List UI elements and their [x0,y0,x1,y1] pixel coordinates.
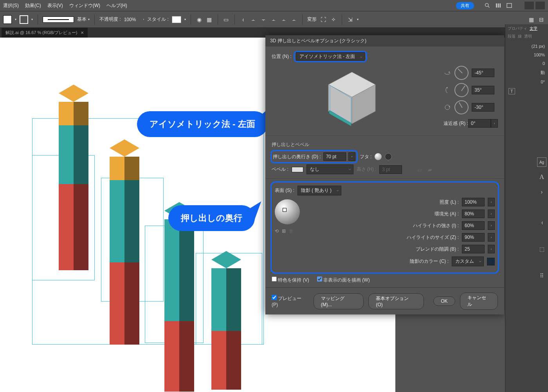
callout-isometric: アイソメトリック法 - 左面 [137,111,268,137]
align-left-icon[interactable]: ⫞ [240,16,247,23]
fill-swatch[interactable] [3,15,12,24]
align-right-icon[interactable]: ⫟ [260,16,267,23]
bevel-select[interactable]: なし⌵ [306,164,353,174]
svg-rect-5 [507,4,512,8]
transform-icon-1[interactable]: ⛶ [320,16,327,23]
light-new-icon[interactable]: ⊞ [282,228,286,234]
cap-off-icon[interactable] [385,153,392,160]
tab-paragraph[interactable]: 段落 [508,34,516,39]
transform-label[interactable]: 変形 [307,16,317,23]
align-middle-icon[interactable]: ⫠ [280,16,287,23]
menu-select[interactable]: 選択(S) [3,2,19,9]
align-icon[interactable]: ▦ [206,16,213,23]
highlight-intensity-input[interactable]: 60% [462,221,485,230]
rotate-y-input[interactable]: 35° [472,86,494,94]
recolor-icon[interactable]: ◉ [196,16,203,23]
cap-on-icon[interactable] [375,153,382,160]
blend-steps-input[interactable]: 25 [462,245,485,253]
tab-stroke[interactable]: 線 [518,34,522,39]
menu-window[interactable]: ウィンドウ(W) [69,2,100,9]
menu-help[interactable]: ヘルプ(H) [106,2,127,9]
isolate-icon[interactable]: ⇲ [347,16,354,23]
rotate-x-dial[interactable] [452,63,472,83]
ok-button[interactable]: OK [433,296,455,306]
depth-stepper[interactable]: › [348,152,355,161]
ambient-input[interactable]: 80% [462,210,485,218]
rotate-z-icon [443,103,451,111]
blend-steps-stepper[interactable]: › [488,245,495,253]
touch-type-icon[interactable]: T [508,88,515,94]
align-center-h-icon[interactable]: ⫠ [250,16,257,23]
highlight-size-input[interactable]: 90% [462,233,485,242]
menu-view[interactable]: 表示(V) [47,2,63,9]
document-tab[interactable]: 解説.ai @ 16.67 % (RGB/プレビュー) ✕ [2,28,88,38]
share-button[interactable]: 共有 [456,2,474,9]
rail-align-icon[interactable]: ⫞ [537,218,546,227]
position-label: 位置 (N) : [272,53,292,60]
window-minimize[interactable] [525,2,534,9]
highlight-size-stepper[interactable]: › [488,233,495,242]
rail-dots-icon[interactable]: ⠿ [537,271,546,280]
rail-character-icon[interactable]: A [537,172,546,182]
align-top-icon[interactable]: ⫠ [270,16,277,23]
rotate-z-dial[interactable] [452,98,471,117]
rail-pathfinder-icon[interactable]: ⬚ [537,244,546,254]
transform-icon-2[interactable]: ✧ [330,16,337,23]
tab-close-icon[interactable]: ✕ [81,31,84,35]
map-art-button[interactable]: マッピング (M)... [314,293,364,309]
search-icon[interactable] [484,2,490,9]
shade-color-select[interactable]: カスタム⌵ [452,257,484,266]
preserve-spot-checkbox[interactable]: 特色を保持 (V) [272,276,309,284]
rotation-preview-cube[interactable] [321,65,383,128]
more-icon[interactable]: ⊟ [538,16,545,23]
light-sphere[interactable] [275,199,300,224]
preview-checkbox[interactable]: プレビュー (P) [272,295,309,307]
callout-depth: 押し出しの奥行 [168,205,255,231]
rail-collapse-icon[interactable]: › [537,187,546,197]
extrude-section-label: 押し出しとベベル [272,141,498,148]
cancel-button[interactable]: キャンセル [460,293,498,310]
shade-color-label: 陰影のカラー (C) : [410,258,449,265]
svg-rect-2 [496,4,497,8]
depth-input[interactable]: 70 pt [323,152,346,161]
rotate-y-dial[interactable] [452,80,471,100]
arrange-icon[interactable] [495,2,501,9]
tab-title: 解説.ai @ 16.67 % (RGB/プレビュー) [5,30,78,36]
draw-hidden-checkbox[interactable]: 非表示の面を描画 (W) [317,276,370,284]
light-intensity-stepper[interactable]: › [488,198,495,206]
stroke-profile[interactable] [43,16,74,23]
menu-effect[interactable]: 効果(C) [25,2,41,9]
perspective-stepper[interactable]: › [491,119,498,128]
stroke-swatch[interactable] [20,15,28,24]
light-point[interactable] [283,208,287,212]
surface-highlight: 表面 (S) : 陰影 ( 艶あり )⌵ ⟲ ⊞ 🗑 照度 (L) :100%› [272,182,498,273]
bevel-out-icon: ▰ [426,166,433,173]
panel-icon[interactable] [506,2,512,9]
ambient-stepper[interactable]: › [488,210,495,218]
align-bottom-icon[interactable]: ⫠ [290,16,297,23]
highlight-intensity-stepper[interactable]: › [488,221,495,230]
grid-icon[interactable]: ▦ [528,16,535,23]
more-options-button[interactable]: 基本オプション (O) [368,293,424,309]
position-select[interactable]: アイソメトリック法 - 左面⌵ [296,52,365,61]
highlight-size-label: ハイライトのサイズ (Z) : [407,234,459,241]
dialog-title: 3D 押し出しとベベルオプション (クラシック) [265,35,504,47]
rail-glyphs-icon[interactable]: Ag [537,157,546,167]
tab-character[interactable]: 文字 [530,26,537,31]
opacity-value[interactable]: 100% [124,17,136,22]
tab-transparency[interactable]: 透明 [524,34,532,39]
rotate-x-input[interactable]: -45° [472,69,494,77]
surface-select[interactable]: 陰影 ( 艶あり )⌵ [297,186,341,195]
rotate-z-input[interactable]: -30° [472,103,494,112]
light-intensity-input[interactable]: 100% [462,198,485,206]
doc-setup-icon[interactable]: ▭ [223,16,230,23]
light-delete-icon[interactable]: 🗑 [289,228,294,234]
style-swatch[interactable] [172,16,181,23]
perspective-input[interactable]: 0° [468,119,491,128]
tab-properties[interactable]: プロパティ [508,26,527,31]
light-back-icon[interactable]: ⟲ [275,228,279,234]
depth-label: 押し出しの奥行き (D) : [273,154,321,160]
shade-color-swatch[interactable] [487,258,495,266]
rotate-x-icon [443,69,451,77]
window-maximize[interactable] [535,2,545,9]
